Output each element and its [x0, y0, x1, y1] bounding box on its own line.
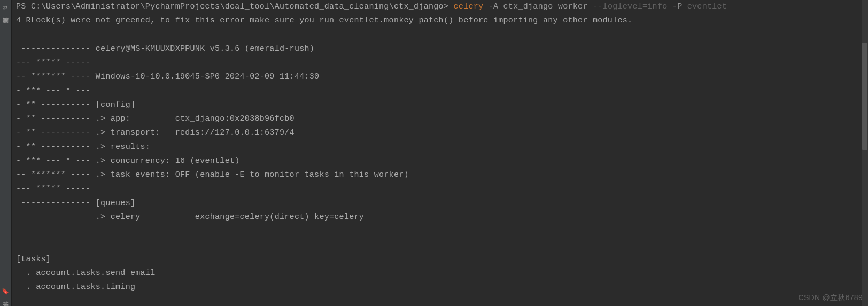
sidebar-tab-bookmarks[interactable]: 🔖 书签: [0, 283, 11, 301]
bookmark-icon: 🔖: [2, 287, 9, 294]
banner-events-line: -- ******* ---- .> task events: OFF (ena…: [16, 168, 864, 182]
sidebar-tab-pull-requests[interactable]: ⇅ 控制请求: [0, 1, 11, 17]
banner-header: -------------- celery@MS-KMUUXDXPPUNK v5…: [16, 42, 864, 56]
banner-platform: -- ******* ---- Windows-10-10.0.19045-SP…: [16, 70, 864, 84]
warning-line: 4 RLock(s) were not greened, to fix this…: [16, 14, 864, 28]
command-args: -A ctx_django worker: [483, 2, 593, 11]
banner-art-line: --- ***** -----: [16, 182, 864, 196]
banner-transport-line: - ** ---------- .> transport: redis://12…: [16, 126, 864, 140]
blank-line: [16, 28, 864, 42]
banner-queues-header: -------------- [queues]: [16, 197, 864, 210]
blank-line: [16, 224, 864, 238]
banner-results-line: - ** ---------- .> results:: [16, 140, 864, 154]
task-entry: . account.tasks.timing: [16, 280, 864, 294]
ide-sidebar-tabs: ⇅ 控制请求 🔖 书签: [0, 0, 12, 306]
banner-concurrency-line: - *** --- * --- .> concurrency: 16 (even…: [16, 154, 864, 168]
banner-queue-entry: .> celery exchange=celery(direct) key=ce…: [16, 210, 864, 224]
banner-art-line: --- ***** -----: [16, 56, 864, 70]
pull-request-icon: ⇅: [2, 5, 9, 10]
command-args: -P: [668, 2, 687, 11]
blank-line: [16, 238, 864, 252]
scrollbar-track[interactable]: [862, 0, 868, 306]
task-entry: . account.tasks.send_email: [16, 266, 864, 280]
terminal-prompt-line: PS C:\Users\Administrator\PycharmProject…: [16, 0, 864, 14]
command-celery: celery: [454, 2, 484, 11]
watermark-text: CSDN @立秋6789: [798, 293, 863, 303]
command-args: eventlet: [687, 2, 727, 11]
banner-art-line: - *** --- * ---: [16, 84, 864, 98]
command-flag: --loglevel=info: [593, 2, 668, 11]
banner-app-line: - ** ---------- .> app: ctx_django:0x203…: [16, 112, 864, 126]
scrollbar-thumb[interactable]: [862, 43, 867, 150]
prompt-path: PS C:\Users\Administrator\PycharmProject…: [16, 2, 448, 11]
tasks-header: [tasks]: [16, 253, 864, 266]
banner-config-header: - ** ---------- [config]: [16, 98, 864, 112]
terminal-panel[interactable]: PS C:\Users\Administrator\PycharmProject…: [12, 0, 868, 306]
